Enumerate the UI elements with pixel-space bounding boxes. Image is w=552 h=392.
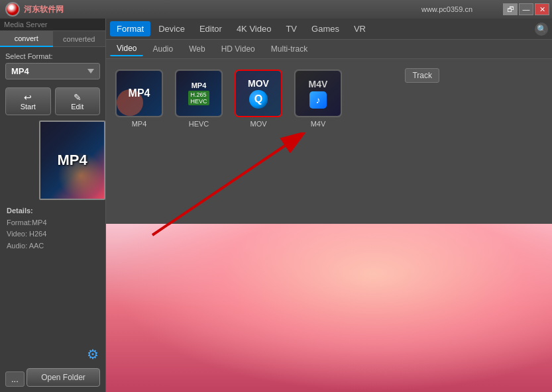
music-note-icon: ♪ xyxy=(316,95,321,105)
nav-editor[interactable]: Editor xyxy=(193,21,229,36)
m4v-music-icon: ♪ xyxy=(309,91,327,109)
nav-4kvideo[interactable]: 4K Video xyxy=(230,21,278,36)
format-item-hevc[interactable]: MP4 H.265HEVC HEVC xyxy=(172,70,225,128)
mp4-thumbnail: MP4 xyxy=(39,121,105,200)
sub-nav: Video Audio Web HD Video Multi-track xyxy=(106,40,552,59)
format-item-mp4[interactable]: MP4 MP4 xyxy=(113,70,166,128)
mov-format-label: MOV xyxy=(250,120,266,128)
dots-row: ... xyxy=(5,371,25,387)
window-controls: 🗗 — ✕ xyxy=(503,3,549,15)
format-icon-mov: MOV Q xyxy=(235,70,282,117)
select-format-label: Select Format: xyxy=(0,47,105,63)
close-button[interactable]: ✕ xyxy=(535,3,549,15)
search-icon[interactable]: 🔍 xyxy=(535,23,548,36)
format-grid: MP4 MP4 MP4 H.265HEVC HEVC MOV Q xyxy=(106,59,552,138)
mp4-format-label: MP4 xyxy=(132,120,147,128)
edit-icon: ✎ xyxy=(58,92,97,103)
subnav-video[interactable]: Video xyxy=(110,42,143,56)
nav-games[interactable]: Games xyxy=(305,21,346,36)
top-nav: Format Device Editor 4K Video TV Games V… xyxy=(106,19,552,40)
app-name: Media Server xyxy=(0,19,105,31)
hevc-mp4-text: MP4 xyxy=(192,81,207,89)
hevc-badge: H.265HEVC xyxy=(188,91,209,105)
mp4-preview: MP4 xyxy=(39,121,105,200)
hevc-icon: MP4 H.265HEVC xyxy=(176,71,221,116)
watermark-url: www.pc0359.cn xyxy=(421,5,472,13)
details-audio: Audio: AAC xyxy=(7,240,99,252)
m4v-icon: M4V ♪ xyxy=(296,71,341,116)
format-value: MP4 xyxy=(11,66,29,76)
nav-tv[interactable]: TV xyxy=(279,21,304,36)
dropdown-arrow-icon xyxy=(87,69,94,74)
nav-device[interactable]: Device xyxy=(152,21,192,36)
subnav-audio[interactable]: Audio xyxy=(146,42,180,56)
details-section: Details: Format:MP4 Video: H264 Audio: A… xyxy=(0,200,105,257)
format-item-mov[interactable]: MOV Q MOV xyxy=(232,70,285,128)
bottom-image xyxy=(106,224,552,392)
mov-q-icon: Q xyxy=(249,90,268,109)
app-logo: 河东软件网 xyxy=(5,2,64,17)
mov-icon: MOV Q xyxy=(236,71,281,116)
format-dropdown[interactable]: MP4 xyxy=(5,63,100,79)
hevc-format-label: HEVC xyxy=(189,120,209,128)
details-format: Format:MP4 xyxy=(7,217,99,229)
format-item-m4v[interactable]: M4V ♪ M4V xyxy=(292,70,345,128)
restore-button[interactable]: 🗗 xyxy=(503,3,518,15)
title-bar: 河东软件网 www.pc0359.cn 🗗 — ✕ xyxy=(0,0,552,19)
subnav-hdvideo[interactable]: HD Video xyxy=(215,42,262,56)
format-icon-m4v: M4V ♪ xyxy=(294,70,342,117)
logo-circle-icon xyxy=(5,2,20,17)
format-icon-hevc: MP4 H.265HEVC xyxy=(175,70,223,117)
format-icon-mp4: MP4 xyxy=(115,70,163,117)
dots-button[interactable]: ... xyxy=(5,371,25,387)
edit-button[interactable]: ✎ Edit xyxy=(55,87,101,115)
mp4-thumbnail-label: MP4 xyxy=(57,152,87,169)
gear-icon[interactable]: ⚙ xyxy=(87,347,99,362)
gear-area: ⚙ xyxy=(87,346,99,362)
start-icon: ↩ xyxy=(9,92,48,103)
anime-face-graphic xyxy=(106,224,552,392)
mp4-icon-text: MP4 xyxy=(129,87,150,99)
subnav-web[interactable]: Web xyxy=(182,42,211,56)
tab-converted[interactable]: converted xyxy=(53,31,106,47)
start-button[interactable]: ↩ Start xyxy=(5,87,51,115)
start-label: Start xyxy=(21,103,36,111)
details-video: Video: H264 xyxy=(7,228,99,240)
minimize-button[interactable]: — xyxy=(519,3,533,15)
tabs-row: convert converted xyxy=(0,31,105,47)
open-folder-button[interactable]: Open Folder xyxy=(27,368,100,387)
app-title: 河东软件网 xyxy=(24,4,64,15)
m4v-icon-text: M4V xyxy=(309,79,328,89)
mp4-icon: MP4 xyxy=(117,71,162,116)
subnav-multitrack[interactable]: Multi-track xyxy=(264,42,314,56)
edit-label: Edit xyxy=(71,103,83,111)
details-title: Details: xyxy=(7,205,99,217)
track-label[interactable]: Track xyxy=(405,68,439,83)
tab-convert[interactable]: convert xyxy=(0,31,53,47)
nav-format[interactable]: Format xyxy=(110,21,150,36)
left-panel: Media Server convert converted Select Fo… xyxy=(0,19,106,392)
mov-icon-text: MOV xyxy=(248,78,269,89)
nav-vr[interactable]: VR xyxy=(347,21,372,36)
right-panel: Format Device Editor 4K Video TV Games V… xyxy=(106,19,552,224)
m4v-format-label: M4V xyxy=(311,120,326,128)
action-buttons: ↩ Start ✎ Edit xyxy=(0,85,105,121)
